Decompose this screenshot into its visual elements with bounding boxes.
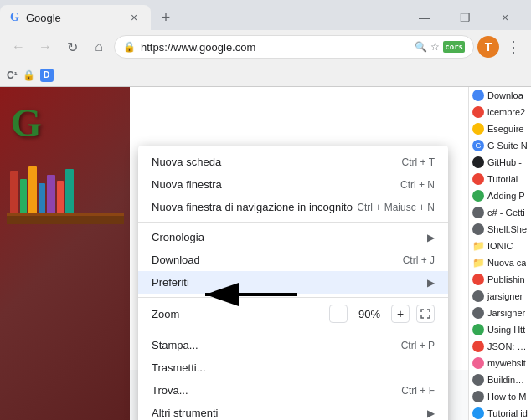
- zoom-minus-button[interactable]: –: [329, 305, 348, 323]
- bookmark-json[interactable]: JSON: Wh: [469, 338, 531, 355]
- bookmark-using-http-icon: [472, 324, 484, 335]
- menu-item-bookmarks-label: Preferiti: [152, 276, 420, 289]
- bookmark-gsuite[interactable]: G G Suite N: [469, 137, 531, 154]
- menu-item-new-tab-shortcut: Ctrl + T: [402, 156, 435, 168]
- bookmark-icembre[interactable]: icembre2: [469, 104, 531, 120]
- menu-item-tools[interactable]: Altri strumenti ▶: [138, 402, 448, 420]
- folder-ionic-icon: 📁: [472, 240, 484, 252]
- close-button[interactable]: ×: [486, 5, 524, 30]
- bookmark-download[interactable]: Downloa: [469, 87, 531, 104]
- bookmark-adding[interactable]: Adding P: [469, 187, 531, 204]
- bookmark-tutorial1-icon: [472, 173, 484, 185]
- menu-item-history-label: Cronologia: [152, 231, 420, 243]
- menu-item-print[interactable]: Stampa... Ctrl + P: [138, 334, 448, 356]
- browser-menu-button[interactable]: ⋮: [503, 34, 524, 59]
- extensions-bar: C¹ 🔒 D: [0, 64, 531, 87]
- folder-nuovacartella-icon: 📁: [472, 257, 484, 269]
- bookmark-mywebsite[interactable]: mywebsit: [469, 355, 531, 371]
- bookmark-download-label: Downloa: [487, 90, 523, 100]
- tab-favicon: G: [10, 11, 19, 24]
- menu-item-print-shortcut: Ctrl + P: [401, 340, 435, 351]
- ext-c1[interactable]: C¹: [7, 69, 18, 81]
- menu-item-find[interactable]: Trova... Ctrl + F: [138, 379, 448, 402]
- bookmark-github-label: GitHub -: [487, 157, 522, 167]
- book-7: [65, 169, 74, 213]
- menu-item-history[interactable]: Cronologia ▶: [138, 226, 448, 248]
- bookmark-using-http[interactable]: Using Htt: [469, 321, 531, 338]
- menu-item-find-shortcut: Ctrl + F: [401, 385, 435, 397]
- url-text: https://www.google.com: [141, 41, 410, 54]
- menu-item-new-window[interactable]: Nuova finestra Ctrl + N: [138, 173, 448, 196]
- bookmark-github[interactable]: GitHub -: [469, 154, 531, 171]
- google-doodle: G: [0, 87, 130, 420]
- bookmark-building-label: Building M: [487, 375, 528, 385]
- bookmark-tutorial-id-icon: [472, 407, 484, 419]
- menu-separator-3: [138, 330, 448, 330]
- doodle-inner: G: [7, 95, 124, 229]
- bookmark-eseguire-icon: [472, 123, 484, 135]
- bookmark-eseguire[interactable]: Eseguire: [469, 120, 531, 137]
- shelf-base: [7, 216, 124, 224]
- bookmark-jarsigner1-icon: [472, 290, 484, 302]
- menu-item-new-tab-label: Nuova scheda: [152, 156, 402, 168]
- tab-close-button[interactable]: ×: [127, 11, 141, 24]
- ext-lock[interactable]: 🔒: [23, 69, 35, 81]
- forward-button[interactable]: →: [34, 35, 57, 59]
- github-icon: [472, 156, 484, 168]
- bookmark-jarsigner1-label: jarsigner: [487, 291, 523, 301]
- star-icon: ☆: [430, 41, 440, 53]
- zoom-plus-button[interactable]: +: [391, 305, 410, 323]
- bookmark-nuovacartella-label: Nuova ca: [487, 258, 526, 268]
- menu-item-cast[interactable]: Trasmetti...: [138, 356, 448, 379]
- new-tab-button[interactable]: +: [154, 6, 178, 29]
- menu-item-cast-label: Trasmetti...: [152, 361, 435, 374]
- bookmark-shell-label: Shell.She: [487, 224, 527, 234]
- bookmark-jarsigner1[interactable]: jarsigner: [469, 288, 531, 305]
- menu-item-new-window-shortcut: Ctrl + N: [400, 179, 435, 191]
- bookmark-gsuite-icon: G: [472, 140, 484, 151]
- minimize-button[interactable]: —: [405, 5, 444, 30]
- menu-item-print-label: Stampa...: [152, 339, 401, 351]
- search-icon: 🔍: [415, 41, 427, 53]
- g-letter: G: [11, 100, 42, 146]
- back-button[interactable]: ←: [7, 35, 30, 59]
- active-tab[interactable]: G Google ×: [0, 5, 151, 30]
- bookmark-publishing-icon: [472, 274, 484, 285]
- cors-extension-icon[interactable]: cors: [443, 41, 465, 53]
- bookmark-nuovacartella[interactable]: 📁 Nuova ca: [469, 254, 531, 271]
- bookmark-json-label: JSON: Wh: [487, 341, 528, 351]
- bookmark-howto[interactable]: How to M: [469, 388, 531, 405]
- maximize-button[interactable]: ❐: [446, 5, 484, 30]
- menu-item-download[interactable]: Download Ctrl + J: [138, 248, 448, 271]
- bookmark-publishing[interactable]: Publishin: [469, 271, 531, 288]
- bookmark-building[interactable]: Building M: [469, 371, 531, 388]
- zoom-level-display: 90%: [354, 308, 384, 320]
- home-button[interactable]: ⌂: [87, 35, 111, 59]
- bookmark-publishing-label: Publishin: [487, 274, 525, 284]
- menu-item-download-label: Download: [152, 254, 403, 266]
- menu-item-bookmarks[interactable]: Preferiti ▶: [138, 271, 448, 294]
- profile-button[interactable]: T: [477, 36, 499, 58]
- url-bar[interactable]: 🔒 https://www.google.com 🔍 ☆ cors: [114, 35, 474, 59]
- c1-icon: C¹: [7, 69, 18, 81]
- menu-item-tools-arrow: ▶: [427, 407, 435, 419]
- zoom-fullscreen-button[interactable]: [416, 305, 435, 323]
- google-doodle-area: G: [0, 87, 130, 420]
- bookmark-tutorial-id[interactable]: Tutorial id: [469, 405, 531, 420]
- book-4: [39, 183, 45, 213]
- menu-item-download-shortcut: Ctrl + J: [403, 254, 435, 266]
- window-controls: — ❐ ×: [405, 5, 531, 30]
- bookmark-ionic[interactable]: 📁 IONIC: [469, 238, 531, 254]
- refresh-button[interactable]: ↻: [60, 35, 84, 59]
- book-6: [57, 181, 64, 213]
- menu-item-new-tab[interactable]: Nuova scheda Ctrl + T: [138, 151, 448, 173]
- bookmark-download-icon: [472, 90, 484, 101]
- bookmark-csharp[interactable]: c# - Getti: [469, 204, 531, 221]
- menu-item-incognito[interactable]: Nuova finestra di navigazione in incogni…: [138, 196, 448, 218]
- bookmark-jarsigner2[interactable]: Jarsigner: [469, 305, 531, 321]
- book-2: [20, 179, 27, 213]
- ext-d[interactable]: D: [40, 69, 54, 82]
- bookmark-shell[interactable]: Shell.She: [469, 221, 531, 238]
- bookmark-tutorial1[interactable]: Tutorial: [469, 171, 531, 187]
- book-5: [47, 175, 55, 213]
